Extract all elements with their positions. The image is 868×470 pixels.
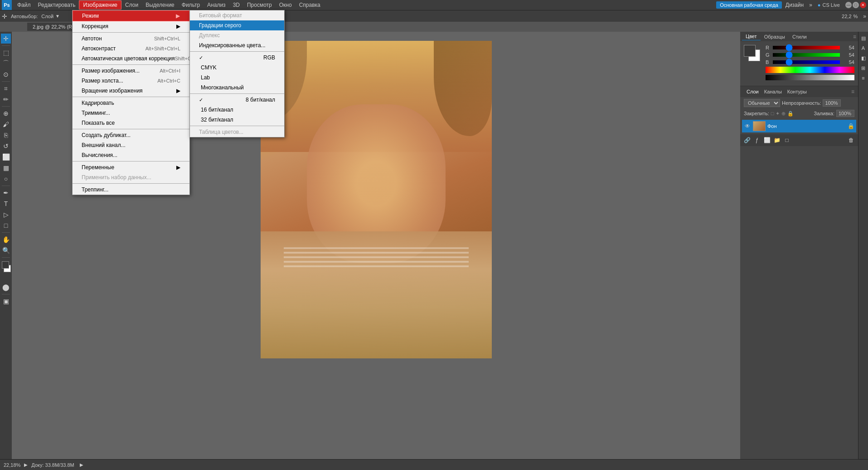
tab-color[interactable]: Цвет <box>742 33 761 40</box>
tab-contours[interactable]: Контуры <box>785 88 810 95</box>
hand-tool[interactable]: ✋ <box>1 235 11 245</box>
menu-item-rezhim[interactable]: Режим ▶ <box>73 10 189 21</box>
tab-samples[interactable]: Образцы <box>761 33 789 40</box>
win-restore-btn[interactable]: □ <box>853 2 859 8</box>
eraser-tool[interactable]: ⬜ <box>1 152 11 162</box>
new-group-btn[interactable]: 📁 <box>773 136 781 144</box>
tab-channels[interactable]: Каналы <box>761 88 785 95</box>
menu-item-trapping[interactable]: Треппинг... <box>73 185 189 195</box>
menu-file[interactable]: Файл <box>14 1 34 9</box>
menu-item-avtocvet[interactable]: Автоматическая цветовая коррекция Shift+… <box>73 54 189 64</box>
crop-tool[interactable]: ⌗ <box>1 83 11 93</box>
menu-item-vnesh[interactable]: Внешний канал... <box>73 140 189 150</box>
menu-item-razmer-izobr[interactable]: Размер изображения... Alt+Ctrl+I <box>73 66 189 76</box>
menu-item-peremennye[interactable]: Переменные ▶ <box>73 162 189 172</box>
lock-square-icon[interactable]: □ <box>771 111 774 116</box>
link-layers-btn[interactable]: 🔗 <box>743 136 751 144</box>
quick-mask-tool[interactable]: ⬤ <box>1 282 11 292</box>
submenu-multichannel[interactable]: Многоканальный <box>190 83 284 93</box>
menu-item-avtoton[interactable]: Автотон Shift+Ctrl+L <box>73 34 189 44</box>
menu-item-dublikat[interactable]: Создать дубликат... <box>73 130 189 140</box>
menu-item-pokazat[interactable]: Показать все <box>73 118 189 128</box>
eyedropper-tool[interactable]: ✏ <box>1 94 11 104</box>
submenu-rgb[interactable]: ✓ RGB <box>190 53 284 63</box>
add-style-btn[interactable]: ƒ <box>753 136 761 144</box>
menu-edit[interactable]: Редактировать <box>34 1 79 9</box>
submenu-lab[interactable]: Lab <box>190 73 284 83</box>
lasso-tool[interactable]: ⌒ <box>1 59 11 69</box>
menu-filter[interactable]: Фильтр <box>178 1 204 9</box>
menu-item-vychisleniya[interactable]: Вычисления... <box>73 150 189 160</box>
menu-help[interactable]: Справка <box>296 1 324 9</box>
clone-tool[interactable]: ⎘ <box>1 130 11 140</box>
color-spectrum[interactable] <box>766 67 854 73</box>
submenu-indexed[interactable]: Индексированные цвета... <box>190 40 284 50</box>
workspace-indicator[interactable]: Основная рабочая среда <box>716 1 782 9</box>
win-minimize-btn[interactable]: — <box>845 2 852 8</box>
gradient-tool[interactable]: ▦ <box>1 163 11 173</box>
submenu-cmyk[interactable]: CMYK <box>190 63 284 73</box>
opacity-input[interactable] <box>823 99 841 107</box>
delete-layer-btn[interactable]: 🗑 <box>847 136 855 144</box>
add-mask-btn[interactable]: ⬜ <box>763 136 771 144</box>
panel-icon-2[interactable]: A <box>859 44 868 53</box>
lock-move-icon[interactable]: ⊕ <box>781 111 786 117</box>
panel-icon-3[interactable]: ◧ <box>859 54 868 63</box>
win-close-btn[interactable]: ✕ <box>860 2 866 8</box>
pen-tool[interactable]: ✒ <box>1 188 11 198</box>
layers-menu-btn[interactable]: ≡ <box>851 88 854 95</box>
lock-pixel-icon[interactable]: ✦ <box>776 111 780 117</box>
menu-window[interactable]: Окно <box>276 1 296 9</box>
fg-color-large[interactable] <box>744 45 756 57</box>
layer-visibility-toggle[interactable]: 👁 <box>744 122 751 130</box>
r-slider[interactable] <box>773 46 840 49</box>
menu-layer[interactable]: Слои <box>121 1 142 9</box>
menu-item-kadrirovanie[interactable]: Кадрировать <box>73 98 189 108</box>
panel-icon-4[interactable]: ⊞ <box>859 64 868 73</box>
move-tool[interactable]: ✛ <box>1 34 11 44</box>
g-slider[interactable] <box>773 53 840 57</box>
menu-item-razmer-holsta[interactable]: Размер холста... Alt+Ctrl+C <box>73 76 189 86</box>
submenu-16bit[interactable]: 16 бит/канал <box>190 105 284 115</box>
dodge-tool[interactable]: ○ <box>1 174 11 184</box>
menu-analysis[interactable]: Анализ <box>204 1 229 9</box>
fill-input[interactable] <box>836 110 854 117</box>
tab-styles[interactable]: Стили <box>789 33 810 40</box>
menu-view[interactable]: Просмотр <box>243 1 276 9</box>
menu-select[interactable]: Выделение <box>142 1 178 9</box>
menu-expand-icon[interactable]: » <box>807 2 814 8</box>
menu-item-avtokontrast[interactable]: Автоконтраст Alt+Shift+Ctrl+L <box>73 44 189 54</box>
quick-select-tool[interactable]: ⊙ <box>1 69 11 79</box>
type-tool[interactable]: T <box>1 199 11 209</box>
panel-icon-1[interactable]: ▤ <box>859 34 868 43</box>
new-layer-btn[interactable]: □ <box>783 136 791 144</box>
fg-color-swatch[interactable] <box>2 261 9 269</box>
zoom-tool[interactable]: 🔍 <box>1 245 11 255</box>
status-arrow-btn[interactable]: ▶ <box>24 462 28 467</box>
layer-row-bg[interactable]: 👁 Фон 🔒 <box>742 120 856 132</box>
menu-item-vrasheniye[interactable]: Вращение изображения ▶ <box>73 86 189 96</box>
options-more-icon[interactable]: » <box>863 13 866 20</box>
shape-tool[interactable]: □ <box>1 220 11 230</box>
menu-item-korrekciya[interactable]: Коррекция ▶ <box>73 21 189 31</box>
submenu-32bit[interactable]: 32 бит/канал <box>190 115 284 125</box>
lock-all-icon[interactable]: 🔒 <box>787 111 794 117</box>
panel-icon-5[interactable]: ≡ <box>859 73 868 83</box>
screen-mode-btn[interactable]: ▣ <box>1 296 11 306</box>
path-select-tool[interactable]: ▷ <box>1 210 11 220</box>
healing-tool[interactable]: ⊕ <box>1 108 11 118</box>
submenu-grayscale[interactable]: Градации серого <box>190 20 284 30</box>
cs-live-label[interactable]: CS Live <box>822 2 840 8</box>
menu-3d[interactable]: 3D <box>229 1 243 9</box>
menu-item-trimming[interactable]: Тримминг... <box>73 108 189 118</box>
brush-tool[interactable]: 🖌 <box>1 119 11 129</box>
blend-mode-dropdown[interactable]: Обычные <box>744 99 780 107</box>
status-expand-btn[interactable]: ▶ <box>80 462 83 467</box>
panel-menu-btn[interactable]: ≡ <box>853 34 856 40</box>
submenu-8bit[interactable]: ✓ 8 бит/канал <box>190 95 284 105</box>
marquee-tool[interactable]: ⬚ <box>1 48 11 58</box>
menu-image[interactable]: Изображение <box>79 0 121 10</box>
design-button[interactable]: Дизайн <box>782 0 807 10</box>
b-slider[interactable] <box>773 60 840 64</box>
tab-layers[interactable]: Слои <box>744 88 761 95</box>
